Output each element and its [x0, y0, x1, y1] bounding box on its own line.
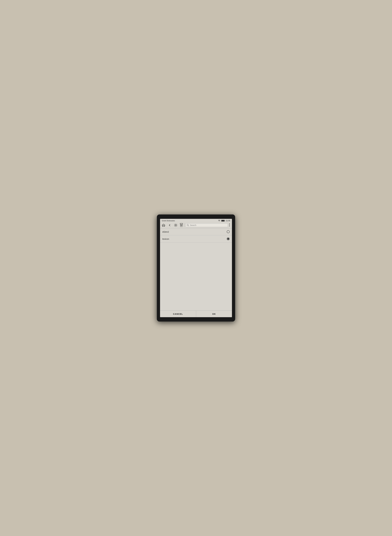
svg-point-8	[229, 226, 230, 226]
cancel-button[interactable]: CANCEL	[160, 311, 196, 317]
svg-point-7	[229, 225, 230, 225]
screen: Greek Dictionaries 21:55	[160, 219, 232, 317]
dictionary-label-lexicon: lexicon	[162, 238, 169, 240]
battery-icon	[221, 220, 225, 222]
toolbar-divider	[184, 223, 184, 227]
svg-rect-3	[222, 220, 224, 221]
store-label: store	[180, 226, 183, 227]
page-title: Greek Dictionaries	[162, 220, 175, 222]
dictionary-item-el2en2[interactable]: el2en2	[160, 228, 232, 235]
settings-button[interactable]	[174, 223, 178, 227]
search-bar[interactable]: Search	[185, 223, 228, 227]
svg-point-6	[229, 223, 230, 224]
svg-point-4	[175, 225, 176, 226]
back-button[interactable]	[168, 223, 172, 227]
content-area: el2en2 lexicon	[160, 228, 232, 311]
status-right: 21:55	[218, 220, 230, 222]
status-bar: Greek Dictionaries 21:55	[160, 219, 232, 222]
wifi-icon	[218, 220, 220, 222]
store-button[interactable]: store	[180, 223, 183, 227]
content-spacer	[160, 242, 232, 311]
dictionary-label-el2en2: el2en2	[162, 231, 169, 233]
home-button[interactable]	[162, 223, 166, 227]
status-time: 21:55	[226, 220, 230, 222]
search-icon	[187, 224, 189, 226]
toolbar: store Search	[160, 222, 232, 228]
more-menu-button[interactable]	[229, 223, 230, 227]
toolbar-left: store	[162, 223, 183, 227]
svg-rect-2	[224, 220, 225, 221]
bottom-bar: CANCEL OK	[160, 311, 232, 317]
device-frame: Greek Dictionaries 21:55	[157, 214, 235, 322]
svg-point-0	[219, 221, 219, 221]
radio-lexicon[interactable]	[227, 237, 230, 240]
radio-el2en2[interactable]	[227, 230, 230, 233]
ok-button[interactable]: OK	[196, 311, 232, 317]
dictionary-item-lexicon[interactable]: lexicon	[160, 235, 232, 242]
search-placeholder: Search	[190, 224, 196, 226]
